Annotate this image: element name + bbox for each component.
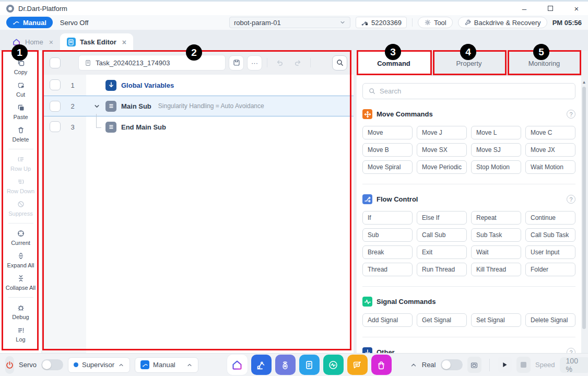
command-button-sub[interactable]: Sub (362, 228, 413, 242)
robot-param-dropdown[interactable]: robot-param-01 (229, 17, 350, 28)
select-all-checkbox[interactable] (50, 57, 61, 68)
command-button-move-sx[interactable]: Move SX (417, 143, 467, 157)
task-row[interactable]: 1Global Variables (42, 75, 354, 96)
speed-value[interactable]: 100 % (560, 357, 588, 373)
command-button-wait[interactable]: Wait (471, 245, 521, 259)
tab-monitoring[interactable]: Monitoring (507, 51, 581, 76)
help-icon[interactable]: ? (567, 195, 575, 204)
sidebar-item-copy[interactable]: Copy (1, 56, 41, 78)
command-button-call-sub[interactable]: Call Sub (417, 228, 467, 242)
command-button-user-input[interactable]: User Input (525, 245, 575, 259)
command-button-move-sj[interactable]: Move SJ (471, 143, 521, 157)
pendant-app-icon[interactable] (275, 355, 296, 375)
app-logo-icon (6, 5, 14, 13)
help-icon[interactable]: ? (567, 348, 575, 353)
command-button-break[interactable]: Break (362, 245, 413, 259)
sidebar-item-paste[interactable]: Paste (1, 101, 41, 123)
command-button-else-if[interactable]: Else If (417, 211, 467, 225)
command-button-run-thread[interactable]: Run Thread (417, 263, 467, 276)
command-button-add-signal[interactable]: Add Signal (362, 313, 413, 327)
maximize-button[interactable] (545, 4, 556, 13)
command-button-move-b[interactable]: Move B (362, 143, 413, 157)
task-name-input[interactable] (96, 59, 220, 67)
sidebar-item-collapse-all[interactable]: Collapse All (1, 272, 41, 294)
close-button[interactable]: × (571, 4, 582, 13)
sidebar-item-current[interactable]: Current (1, 227, 41, 249)
row-checkbox[interactable] (50, 101, 61, 112)
command-button-sub-task[interactable]: Sub Task (471, 228, 521, 242)
real-toggle[interactable] (441, 359, 463, 370)
command-button-folder[interactable]: Folder (525, 263, 575, 276)
jog-app-icon[interactable] (251, 355, 272, 375)
command-button-move-jx[interactable]: Move JX (525, 143, 575, 157)
task-editor-app-icon[interactable] (299, 355, 320, 375)
stop-button[interactable] (516, 357, 531, 373)
serial-number-badge[interactable]: 52203369 (356, 17, 407, 28)
sidebar-item-label: Debug (12, 314, 29, 320)
collapse-all-icon (17, 274, 25, 283)
command-button-get-signal[interactable]: Get Signal (417, 313, 467, 327)
command-button-move-l[interactable]: Move L (471, 126, 521, 139)
undo-button[interactable] (272, 55, 287, 70)
redo-button[interactable] (290, 55, 305, 70)
chevron-down-icon[interactable] (92, 103, 101, 110)
command-button-exit[interactable]: Exit (417, 245, 467, 259)
command-button-set-signal[interactable]: Set Signal (471, 313, 521, 327)
scrollbar-thumb[interactable] (582, 87, 586, 329)
role-dropdown[interactable]: Supervisor (68, 357, 130, 373)
scroll-up-icon[interactable]: ▲ (582, 80, 586, 85)
tab-property[interactable]: Property (432, 51, 506, 76)
sidebar-item-cut[interactable]: Cut (1, 78, 41, 101)
sidebar-item-debug[interactable]: Debug (1, 301, 41, 323)
tab-close-icon[interactable]: × (49, 38, 53, 46)
help-icon[interactable]: ? (567, 110, 575, 119)
tab-task-editor[interactable]: Task Editor× (60, 33, 133, 51)
tool-button[interactable]: Tool (418, 17, 453, 28)
mode-dropdown[interactable]: Manual (135, 357, 198, 373)
command-button-if[interactable]: If (362, 211, 413, 225)
command-button-move-j[interactable]: Move J (417, 126, 467, 139)
home-app-icon[interactable] (227, 355, 248, 375)
command-button-call-sub-task[interactable]: Call Sub Task (525, 228, 575, 242)
panel-scrollbar[interactable]: ▲ (582, 80, 586, 352)
power-button[interactable] (5, 356, 14, 374)
backdrive-recovery-button[interactable]: Backdrive & Recovery (458, 17, 547, 28)
sidebar-item-delete[interactable]: Delete (1, 123, 41, 146)
save-button[interactable] (229, 55, 244, 70)
task-row[interactable]: 2Main SubSingularity Handling = Auto Avo… (42, 96, 354, 116)
command-button-move[interactable]: Move (362, 126, 413, 139)
command-button-move-periodic[interactable]: Move Periodic (417, 160, 467, 174)
command-button-continue[interactable]: Continue (525, 211, 575, 225)
log-app-icon[interactable] (347, 355, 368, 375)
manual-mode-button[interactable]: Manual (6, 17, 53, 28)
command-button-move-c[interactable]: Move C (525, 126, 575, 139)
command-button-move-spiral[interactable]: Move Spiral (362, 160, 413, 174)
command-button-wait-motion[interactable]: Wait Motion (525, 160, 575, 174)
dock-collapse-chevron[interactable] (410, 361, 417, 369)
command-button-kill-thread[interactable]: Kill Thread (471, 263, 521, 276)
cut-icon (17, 81, 25, 89)
tab-home[interactable]: Home× (5, 33, 60, 51)
command-search-input[interactable] (380, 87, 570, 95)
play-button[interactable] (498, 357, 512, 373)
row-checkbox[interactable] (50, 79, 61, 90)
more-button[interactable]: ··· (247, 55, 262, 70)
tab-command[interactable]: Command (357, 51, 431, 76)
command-search-box[interactable] (362, 83, 575, 99)
sidebar-item-expand-all[interactable]: Expand All (1, 249, 41, 272)
monitoring-app-icon[interactable] (323, 355, 344, 375)
command-button-stop-motion[interactable]: Stop Motion (471, 160, 521, 174)
minimize-button[interactable]: – (519, 4, 530, 13)
command-button-delete-signal[interactable]: Delete Signal (525, 313, 575, 327)
search-rows-button[interactable] (332, 55, 347, 70)
servo-toggle[interactable] (41, 359, 63, 370)
tab-close-icon[interactable]: × (122, 38, 126, 46)
store-app-icon[interactable] (371, 355, 392, 375)
view-3d-button[interactable] (467, 357, 481, 373)
command-button-thread[interactable]: Thread (362, 263, 413, 276)
sidebar-item-log[interactable]: Log (1, 323, 41, 346)
command-button-repeat[interactable]: Repeat (471, 211, 521, 225)
task-name-field[interactable] (78, 55, 226, 70)
task-row[interactable]: 3End Main Sub (42, 116, 354, 137)
row-checkbox[interactable] (50, 121, 61, 132)
